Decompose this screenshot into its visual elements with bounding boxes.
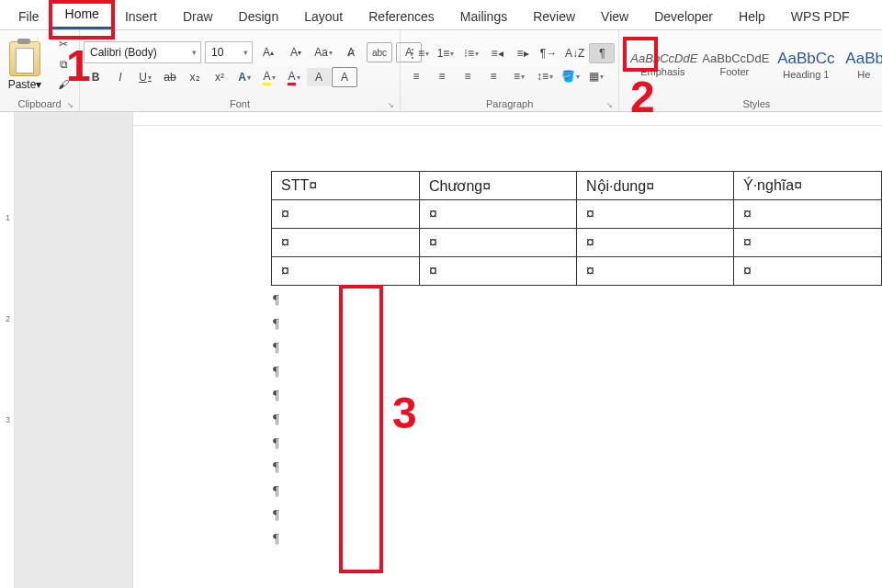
vertical-ruler: 1 2 3 [0, 112, 15, 588]
table-row[interactable]: ¤¤¤¤ [272, 200, 882, 229]
line-spacing-icon: ↕≡ [537, 70, 548, 83]
paste-button[interactable]: Paste▾ [8, 78, 42, 91]
tab-mailings[interactable]: Mailings [447, 4, 520, 29]
font-size-select[interactable]: 10 [205, 41, 253, 63]
clear-format-button[interactable]: A̷ [339, 43, 363, 62]
font-name-select[interactable]: Calibri (Body) [84, 41, 201, 63]
highlight-button[interactable]: A▾ [257, 68, 281, 86]
font-color-button[interactable]: A▾ [282, 68, 306, 86]
distribute-button[interactable]: ≡▾ [507, 67, 531, 85]
annotation-number-3: 3 [392, 388, 417, 438]
tab-file[interactable]: File [6, 4, 52, 29]
outdent-icon: ≡◂ [492, 47, 503, 60]
enclose-char-button[interactable]: A [332, 67, 357, 87]
numbering-button[interactable]: 1≡▾ [434, 44, 458, 62]
group-paragraph: ⋮≡▾ 1≡▾ ⁝≡▾ ≡◂ ≡▸ ¶→ A↓Z ¶ ≡ ≡ ≡ ≡ [401, 30, 619, 111]
decrease-indent-button[interactable]: ≡◂ [485, 44, 509, 62]
group-title-font: Font [84, 96, 396, 111]
table-header-cell[interactable]: Nội·dung¤ [577, 172, 734, 200]
ltr-button[interactable]: ¶→ [537, 44, 560, 62]
strike-button[interactable]: ab [158, 68, 182, 86]
document-table[interactable]: STT¤ Chương¤ Nội·dung¤ Ý·nghĩa¤ ¤¤¤¤ ¤¤¤… [271, 171, 882, 286]
multilevel-icon: ⁝≡ [464, 47, 474, 60]
bullets-icon: ⋮≡ [407, 47, 424, 60]
style-heading1[interactable]: AaBbCc Heading 1 [774, 50, 838, 80]
tab-home[interactable]: Home [52, 1, 112, 29]
bullets-button[interactable]: ⋮≡▾ [404, 44, 432, 62]
table-row[interactable]: ¤¤¤¤ [272, 257, 882, 286]
table-row[interactable]: STT¤ Chương¤ Nội·dung¤ Ý·nghĩa¤ [272, 172, 882, 200]
table-row[interactable]: ¤¤¤¤ [272, 229, 882, 257]
paste-icon[interactable] [9, 41, 40, 76]
line-spacing-button[interactable]: ↕≡▾ [533, 67, 557, 85]
ltr-icon: ¶→ [540, 47, 557, 60]
style-footer[interactable]: AaBbCcDdE Footer [702, 51, 766, 77]
align-left-icon: ≡ [413, 70, 419, 83]
tab-view[interactable]: View [588, 4, 641, 29]
table-header-cell[interactable]: Chương¤ [420, 172, 577, 200]
underline-button[interactable]: U▾ [133, 68, 157, 86]
tab-review[interactable]: Review [520, 4, 588, 29]
tab-insert[interactable]: Insert [112, 4, 170, 29]
superscript-button[interactable]: x² [208, 68, 232, 86]
shrink-font-button[interactable]: A▾ [284, 43, 308, 62]
grow-font-button[interactable]: A▴ [256, 43, 280, 62]
borders-button[interactable]: ▦▾ [584, 67, 608, 85]
tab-design[interactable]: Design [226, 4, 292, 29]
tab-layout[interactable]: Layout [291, 4, 356, 29]
table-header-cell[interactable]: Ý·nghĩa¤ [734, 172, 882, 200]
char-shading-button[interactable]: A [307, 68, 331, 86]
style-heading2[interactable]: AaBbC He [845, 50, 882, 80]
subscript-button[interactable]: x₂ [183, 68, 207, 86]
shading-button[interactable]: 🪣▾ [559, 67, 582, 85]
justify-button[interactable]: ≡ [481, 67, 505, 85]
document-page[interactable]: STT¤ Chương¤ Nội·dung¤ Ý·nghĩa¤ ¤¤¤¤ ¤¤¤… [133, 112, 882, 588]
phonetic-button[interactable]: abc [367, 42, 392, 62]
tab-draw[interactable]: Draw [170, 4, 226, 29]
annotation-number-2: 2 [630, 72, 655, 122]
tab-developer[interactable]: Developer [641, 4, 726, 29]
ribbon-tabs: File Home Insert Draw Design Layout Refe… [0, 0, 882, 30]
document-area: 1 2 3 STT¤ Chương¤ Nội·dung¤ Ý·nghĩa¤ ¤¤… [0, 112, 882, 588]
annotation-number-1: 1 [66, 40, 91, 91]
paragraph-marks[interactable]: ¶¶¶¶¶¶¶¶¶¶¶ [273, 288, 882, 550]
ribbon: Paste▾ ✂ ⧉ 🖌 Clipboard Calibri (Body) 10… [0, 30, 882, 112]
distribute-icon: ≡ [514, 70, 520, 83]
align-center-button[interactable]: ≡ [430, 67, 454, 85]
increase-indent-button[interactable]: ≡▸ [511, 44, 535, 62]
sort-button[interactable]: A↓Z [562, 44, 587, 62]
group-font: Calibri (Body) 10 A▴ A▾ Aa▾ A̷ abc A B I… [80, 30, 401, 111]
indent-icon: ≡▸ [517, 47, 529, 60]
tab-references[interactable]: References [356, 4, 447, 29]
text-effects-button[interactable]: A▾ [232, 68, 256, 86]
tab-wps-pdf[interactable]: WPS PDF [778, 4, 863, 29]
page-margin-strip [15, 112, 133, 588]
pilcrow-icon: ¶ [599, 47, 605, 60]
group-styles: AaBbCcDdE Emphasis AaBbCcDdE Footer AaBb… [619, 30, 882, 111]
sort-icon: A↓Z [565, 47, 584, 60]
group-title-paragraph: Paragraph [404, 96, 615, 111]
group-title-clipboard: Clipboard [4, 96, 75, 111]
align-right-icon: ≡ [464, 70, 470, 83]
horizontal-ruler [133, 112, 882, 126]
show-hide-button[interactable]: ¶ [589, 43, 615, 63]
align-center-icon: ≡ [438, 70, 445, 83]
numbering-icon: 1≡ [437, 47, 450, 60]
table-header-cell[interactable]: STT¤ [272, 172, 420, 200]
multilevel-button[interactable]: ⁝≡▾ [459, 44, 483, 62]
eraser-icon: A̷ [347, 46, 355, 59]
italic-button[interactable]: I [108, 68, 132, 86]
bucket-icon: 🪣 [561, 70, 575, 83]
align-left-button[interactable]: ≡ [404, 67, 428, 85]
tab-help[interactable]: Help [726, 4, 778, 29]
borders-icon: ▦ [589, 70, 599, 83]
justify-icon: ≡ [490, 70, 496, 83]
change-case-button[interactable]: Aa▾ [311, 43, 335, 62]
group-title-styles: Styles [623, 96, 882, 111]
align-right-button[interactable]: ≡ [456, 67, 480, 85]
